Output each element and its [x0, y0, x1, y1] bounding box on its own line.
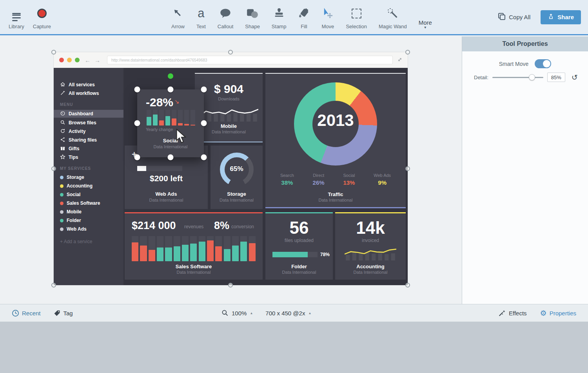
bar-teal: [165, 247, 172, 261]
service-label: Mobile: [67, 209, 82, 215]
zoom-level-control[interactable]: 100%: [232, 310, 247, 317]
tool-move[interactable]: Move: [321, 0, 335, 34]
clock-icon: [12, 309, 19, 317]
tag-button[interactable]: Tag: [53, 309, 73, 317]
ghost-bar: [184, 110, 189, 126]
sidebar-item-browse-files: Browse files: [54, 118, 123, 127]
menu-section-header: MENU: [54, 98, 123, 109]
capture-selection-handle[interactable]: [405, 283, 410, 287]
dashboard-sidebar: All servicesAll workflowsMENUDashboardBr…: [54, 68, 123, 285]
trend-down-arrow-icon: ↘: [174, 98, 180, 105]
capture-button[interactable]: Capture: [32, 0, 52, 34]
share-label: Share: [557, 14, 574, 20]
bar-red: [140, 246, 147, 261]
bar-red: [191, 125, 196, 126]
ghost-bar: [191, 110, 196, 126]
move-icon: [321, 5, 334, 21]
wand-icon: [60, 90, 65, 97]
accounting-caption: invoiced: [335, 238, 406, 243]
smart-move-selection-handle[interactable]: [134, 120, 140, 126]
capture-icon: [37, 5, 47, 21]
tool-properties-title: Tool Properties: [462, 36, 588, 51]
capture-selection-handle[interactable]: [51, 50, 56, 55]
legend-item-search: Search38%: [280, 173, 294, 186]
mouse-cursor: [174, 129, 188, 146]
smart-move-selection-handle[interactable]: [134, 87, 140, 93]
sidebar-item-dashboard: Dashboard: [54, 110, 123, 118]
more-button[interactable]: More▾: [418, 0, 433, 34]
reset-icon[interactable]: ↺: [572, 73, 578, 82]
smart-move-selection-handle[interactable]: [168, 87, 174, 93]
effects-label: Effects: [509, 310, 527, 317]
bar-slot: [190, 110, 196, 126]
capture-selection-handle[interactable]: [51, 283, 56, 287]
service-color-dot: [60, 219, 64, 222]
tool-selection[interactable]: Selection: [345, 0, 367, 34]
smart-move-selection-handle[interactable]: [201, 120, 207, 126]
recent-button[interactable]: Recent: [12, 309, 41, 317]
close-traffic-light-icon: [59, 58, 64, 62]
slider-handle[interactable]: [529, 74, 535, 80]
card-storage: 65% Storage Data International: [211, 146, 263, 209]
tool-magic-wand[interactable]: Magic Wand: [378, 0, 408, 34]
sidebar-item-tips: Tips: [54, 153, 123, 162]
fill-label: Fill: [301, 24, 307, 29]
home-icon: [60, 82, 65, 88]
callout-icon: [220, 5, 231, 21]
tool-fill[interactable]: Fill: [297, 0, 310, 34]
bar-slot: [171, 110, 177, 126]
captured-image[interactable]: ← → http://www.datainternational.com/das…: [54, 52, 408, 285]
copy-all-button[interactable]: Copy All: [497, 0, 530, 34]
smart-move-anchor-handle[interactable]: [168, 73, 173, 79]
capture-selection-handle[interactable]: [405, 166, 410, 171]
bar-red: [132, 242, 138, 261]
sales-revenue: $214 000: [132, 220, 176, 232]
service-item-web-ads: Web Ads: [54, 225, 123, 233]
accounting-line-chart: [345, 246, 396, 262]
share-icon: [548, 13, 554, 21]
selection-label: Selection: [346, 24, 367, 29]
detail-slider[interactable]: [492, 74, 543, 80]
tool-shape[interactable]: Shape: [244, 0, 261, 34]
service-color-dot: [60, 176, 64, 179]
copy-icon: [497, 12, 506, 22]
effects-button[interactable]: Effects: [498, 309, 527, 317]
smart-move-toggle[interactable]: [535, 59, 551, 68]
floating-social-card[interactable]: -28% ↘ Yearly change Social Data Interna…: [137, 89, 204, 157]
dimensions-control[interactable]: 700 x 450 @2x: [265, 310, 305, 317]
capture-selection-handle[interactable]: [228, 50, 233, 55]
refresh-icon: [60, 128, 65, 135]
properties-button[interactable]: ⚙ Properties: [540, 309, 576, 318]
sidebar-item-all-services: All services: [54, 80, 123, 89]
tool-text[interactable]: aText: [196, 0, 207, 34]
url-text: http://www.datainternational.com/dashboa…: [111, 58, 207, 62]
url-bar: http://www.datainternational.com/dashboa…: [107, 56, 393, 64]
share-icon: [60, 137, 65, 144]
bar-slot: [189, 236, 198, 261]
tool-properties-panel: Tool Properties Smart Move Detail: 85% ↺: [462, 36, 588, 304]
smart-move-selection-handle[interactable]: [201, 87, 207, 93]
capture-selection-handle[interactable]: [51, 166, 56, 171]
detail-value[interactable]: 85%: [547, 73, 565, 82]
bar-red: [159, 120, 164, 126]
smart-move-selection-handle[interactable]: [134, 155, 140, 160]
folder-progress-label: 78%: [320, 252, 330, 257]
smart-move-selection-handle[interactable]: [201, 155, 207, 160]
dimensions-caret-icon: ▲: [308, 311, 311, 315]
capture-selection-handle[interactable]: [228, 283, 233, 287]
service-color-dot: [60, 227, 64, 231]
smart-move-selection-handle[interactable]: [168, 155, 174, 160]
bottom-strip: [0, 322, 588, 373]
tool-stamp[interactable]: Stamp: [271, 0, 287, 34]
share-button[interactable]: Share: [541, 10, 581, 24]
sidebar-item-label: All services: [69, 82, 95, 87]
tool-arrow[interactable]: Arrow: [171, 0, 185, 34]
fill-icon: [298, 5, 310, 21]
library-button[interactable]: Library: [8, 0, 25, 34]
capture-selection-handle[interactable]: [405, 50, 410, 55]
sales-conversion: 8%: [214, 220, 229, 232]
bar-teal: [224, 249, 230, 261]
folder-title: Folder: [265, 264, 333, 269]
tool-callout[interactable]: Callout: [217, 0, 234, 34]
bar-slot: [139, 236, 147, 261]
